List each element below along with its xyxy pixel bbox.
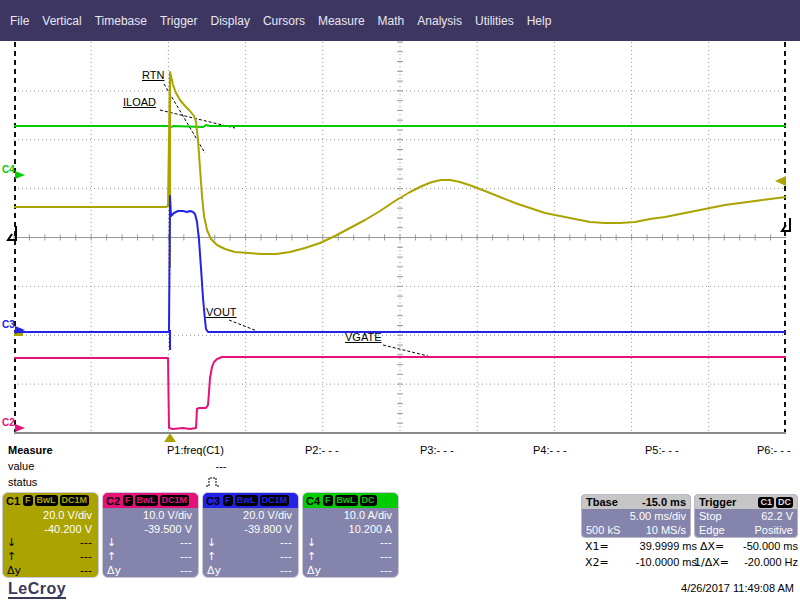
cursor-dx-readout: ΔX= -50.000 ms xyxy=(700,540,798,553)
max-arrow-icon: ↑ xyxy=(107,550,116,564)
delta-y-icon: Δy xyxy=(207,564,221,578)
delta-y-icon: Δy xyxy=(307,564,321,578)
c1-max: --- xyxy=(80,550,92,564)
c2-badge-bwl: BwL xyxy=(135,495,158,506)
measure-title: Measure xyxy=(8,444,53,456)
vout-callout xyxy=(229,320,257,331)
c3-min: --- xyxy=(280,536,292,550)
measure-p6[interactable]: P6:- - - xyxy=(757,444,791,456)
vgate-label: VGATE xyxy=(345,331,381,343)
trigger-time-marker xyxy=(164,433,176,442)
c1-id: C1 xyxy=(6,495,20,507)
rtn-label: RTN xyxy=(142,69,164,81)
max-arrow-icon: ↑ xyxy=(7,550,16,564)
timebase-scale: 5.00 ms/div xyxy=(630,509,686,523)
c3-axis-label: C3 xyxy=(2,320,15,330)
measure-p1-value: --- xyxy=(205,460,237,472)
trigger-mode: Stop xyxy=(699,509,722,523)
c4-max: --- xyxy=(380,550,392,564)
label-callouts xyxy=(160,84,428,356)
c1-offset: -40.200 V xyxy=(3,522,98,536)
c2-zero-marker xyxy=(15,424,25,432)
measure-p5[interactable]: P5:- - - xyxy=(645,444,679,456)
c4-id: C4 xyxy=(306,495,320,507)
channel-box-c1[interactable]: C1 F BwL DC1M 20.0 V/div -40.200 V ↓--- … xyxy=(2,492,99,578)
timebase-rate: 10 MS/s xyxy=(646,523,686,537)
pulse-icon xyxy=(206,478,219,486)
c4-axis-label: C4 xyxy=(2,165,15,175)
c2-id: C2 xyxy=(106,495,120,507)
timebase-samples: 500 kS xyxy=(586,523,620,537)
channel-box-c2[interactable]: C2 F BwL DC1M 10.0 V/div -39.500 V ↓--- … xyxy=(102,492,199,578)
measure-p4[interactable]: P4:- - - xyxy=(533,444,567,456)
c2-badge-coupling: DC1M xyxy=(160,495,190,506)
c2-offset: -39.500 V xyxy=(103,522,198,536)
trigger-source-badge: C1 xyxy=(758,497,774,508)
trigger-coupling-badge: DC xyxy=(776,497,793,508)
c3-badge-f: F xyxy=(223,495,233,506)
timestamp: 4/26/2017 11:49:08 AM xyxy=(681,582,794,594)
c4-badge-coupling: DC xyxy=(360,495,377,506)
measure-p2[interactable]: P2:- - - xyxy=(305,444,339,456)
trigger-level: 62.2 V xyxy=(761,509,793,523)
min-arrow-icon: ↓ xyxy=(207,536,216,550)
c1-badge-f: F xyxy=(23,495,33,506)
vgate-callout xyxy=(383,345,428,356)
c4-dy: --- xyxy=(380,564,392,578)
c4-offset: 10.200 A xyxy=(303,522,398,536)
c2-min: --- xyxy=(180,536,192,550)
measure-p1[interactable]: P1:freq(C1) xyxy=(167,444,224,456)
c4-min: --- xyxy=(380,536,392,550)
timebase-box[interactable]: Tbase -15.0 ms 5.00 ms/div 500 kS 10 MS/… xyxy=(581,494,691,538)
c4-zero-marker xyxy=(15,171,25,179)
min-arrow-icon: ↓ xyxy=(307,536,316,550)
c3-scale: 20.0 V/div xyxy=(203,508,298,522)
cursor-dx-value: -50.000 ms xyxy=(743,540,798,553)
c4-iload-trace xyxy=(14,125,786,128)
timebase-delay: -15.0 ms xyxy=(642,495,686,509)
c3-max: --- xyxy=(280,550,292,564)
trigger-box[interactable]: Trigger C1 DC Stop 62.2 V Edge Positive xyxy=(694,494,798,538)
min-arrow-icon: ↓ xyxy=(7,536,16,550)
c2-scale: 10.0 V/div xyxy=(103,508,198,522)
c1-min: --- xyxy=(80,536,92,550)
max-arrow-icon: ↑ xyxy=(207,550,216,564)
c2-badge-f: F xyxy=(123,495,133,506)
c3-offset: -39.800 V xyxy=(203,522,298,536)
c1-badge-coupling: DC1M xyxy=(60,495,90,506)
c3-dy: --- xyxy=(280,564,292,578)
cursor-invdx-readout: 1/ΔX= -20.000 Hz xyxy=(694,556,798,569)
c3-badge-coupling: DC1M xyxy=(260,495,290,506)
c1-dy: --- xyxy=(80,564,92,578)
channel-box-c3[interactable]: C3 F BwL DC1M 20.0 V/div -39.800 V ↓--- … xyxy=(202,492,299,578)
min-arrow-icon: ↓ xyxy=(107,536,116,550)
channel-box-c4[interactable]: C4 F BwL DC 10.0 A/div 10.200 A ↓--- ↑--… xyxy=(302,492,399,578)
c4-badge-bwl: BwL xyxy=(335,495,358,506)
vout-label: VOUT xyxy=(206,306,237,318)
trigger-title: Trigger xyxy=(699,495,736,509)
timebase-title: Tbase xyxy=(586,495,618,509)
c2-axis-label: C2 xyxy=(2,418,15,428)
cursor-x1-value: 39.9999 ms xyxy=(640,540,697,553)
c1-right-marker xyxy=(775,176,786,186)
cursor-invdx-value: -20.000 Hz xyxy=(744,556,798,569)
measure-value-row-label: value xyxy=(8,460,34,472)
c1-badge-bwl: BwL xyxy=(35,495,58,506)
delta-y-icon: Δy xyxy=(107,564,121,578)
delta-y-icon: Δy xyxy=(7,564,21,578)
c3-id: C3 xyxy=(206,495,220,507)
channel-markers xyxy=(8,171,790,442)
cursor-x2-readout: X2= -10.0000 ms xyxy=(585,556,697,569)
measure-p3[interactable]: P3:- - - xyxy=(420,444,454,456)
c4-scale: 10.0 A/div xyxy=(303,508,398,522)
measure-status-row-label: status xyxy=(8,476,37,488)
c3-badge-bwl: BwL xyxy=(235,495,258,506)
cursor-x2-value: -10.0000 ms xyxy=(636,556,697,569)
c4-badge-f: F xyxy=(323,495,333,506)
c2-max: --- xyxy=(180,550,192,564)
lecroy-logo: LeCroy xyxy=(8,580,66,599)
cursor-x1-readout: X1= 39.9999 ms xyxy=(585,540,697,553)
trigger-type: Edge xyxy=(699,523,725,537)
c1-scale: 20.0 V/div xyxy=(3,508,98,522)
iload-label: ILOAD xyxy=(123,96,156,108)
